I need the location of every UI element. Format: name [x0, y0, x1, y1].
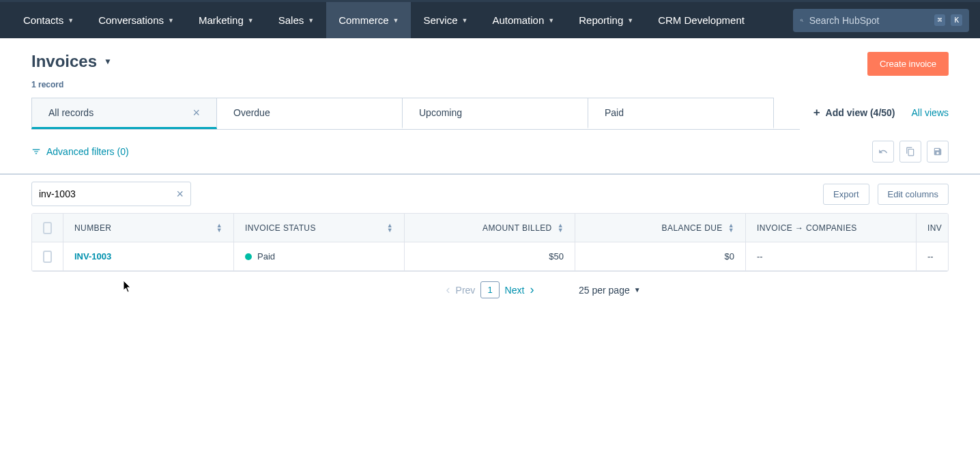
invoices-table: NUMBER▲▼ INVOICE STATUS▲▼ AMOUNT BILLED▲…: [31, 213, 949, 272]
companies-value: --: [757, 251, 763, 262]
clear-search-icon[interactable]: ×: [176, 188, 184, 200]
search-icon: [800, 15, 804, 26]
column-status[interactable]: INVOICE STATUS▲▼: [234, 214, 405, 242]
sort-icon: ▲▼: [558, 223, 564, 232]
sort-icon: ▲▼: [387, 223, 393, 232]
status-dot-icon: [245, 253, 252, 260]
export-button[interactable]: Export: [823, 184, 869, 205]
per-page-dropdown[interactable]: 25 per page ▼: [579, 285, 641, 296]
status-text: Paid: [257, 251, 275, 262]
chevron-down-icon: ▼: [548, 17, 554, 24]
chevron-down-icon: ▼: [68, 17, 74, 24]
nav-automation[interactable]: Automation▼: [480, 2, 566, 38]
chevron-down-icon: ▼: [461, 17, 467, 24]
table-row: INV-1003 Paid $50 $0 -- --: [32, 242, 948, 271]
column-balance[interactable]: BALANCE DUE▲▼: [575, 214, 746, 242]
global-search-input[interactable]: [809, 15, 929, 26]
table-search-input[interactable]: [39, 188, 176, 199]
column-inv[interactable]: INV: [917, 214, 949, 242]
nav-sales[interactable]: Sales▼: [266, 2, 326, 38]
prev-arrow-icon[interactable]: ‹: [446, 283, 450, 297]
chevron-down-icon: ▼: [627, 17, 633, 24]
kbd-k: K: [951, 14, 962, 26]
filter-icon: [31, 147, 41, 156]
copy-icon: [906, 147, 915, 156]
select-all-header: [32, 214, 63, 242]
advanced-filters-button[interactable]: Advanced filters (0): [31, 146, 129, 157]
tab-label: Overdue: [233, 107, 270, 118]
nav-conversations[interactable]: Conversations▼: [86, 2, 186, 38]
tab-label: Upcoming: [419, 107, 462, 118]
global-search[interactable]: ⌘ K: [793, 9, 969, 32]
next-arrow-icon[interactable]: ›: [530, 283, 534, 297]
nav-commerce[interactable]: Commerce▼: [326, 2, 411, 38]
tab-upcoming[interactable]: Upcoming: [403, 98, 588, 129]
column-number[interactable]: NUMBER▲▼: [63, 214, 234, 242]
undo-button[interactable]: [872, 141, 894, 163]
chevron-down-icon: ▼: [248, 17, 254, 24]
table-header: NUMBER▲▼ INVOICE STATUS▲▼ AMOUNT BILLED▲…: [32, 214, 948, 242]
inv-value: --: [927, 251, 934, 262]
page-title: Invoices: [31, 52, 97, 71]
save-icon: [933, 147, 942, 156]
chevron-down-icon: ▼: [634, 286, 641, 294]
select-all-checkbox[interactable]: [43, 222, 52, 234]
kbd-cmd: ⌘: [934, 14, 946, 26]
tab-all-records[interactable]: All records ×: [31, 98, 217, 129]
nav-reporting[interactable]: Reporting▼: [566, 2, 646, 38]
all-views-link[interactable]: All views: [912, 107, 949, 118]
tab-label: Paid: [605, 107, 624, 118]
nav-contacts[interactable]: Contacts▼: [11, 2, 86, 38]
tab-paid[interactable]: Paid: [588, 98, 774, 129]
close-icon[interactable]: ×: [192, 107, 200, 119]
tab-label: All records: [48, 107, 93, 118]
record-count: 1 record: [31, 80, 980, 89]
amount-value: $50: [549, 251, 564, 262]
nav-service[interactable]: Service▼: [411, 2, 480, 38]
top-navigation: Contacts▼ Conversations▼ Marketing▼ Sale…: [0, 2, 980, 38]
nav-marketing[interactable]: Marketing▼: [186, 2, 266, 38]
row-checkbox[interactable]: [43, 251, 52, 263]
add-view-button[interactable]: + Add view (4/50): [813, 106, 895, 119]
column-amount[interactable]: AMOUNT BILLED▲▼: [405, 214, 575, 242]
prev-button[interactable]: Prev: [456, 285, 476, 296]
balance-value: $0: [725, 251, 734, 262]
invoice-link[interactable]: INV-1003: [74, 251, 111, 262]
copy-button[interactable]: [899, 141, 921, 163]
page-current: 1: [480, 281, 499, 298]
sort-icon: ▲▼: [728, 223, 734, 232]
plus-icon: +: [813, 106, 820, 119]
tab-overdue[interactable]: Overdue: [217, 98, 403, 129]
create-invoice-button[interactable]: Create invoice: [867, 52, 949, 76]
nav-crm-development[interactable]: CRM Development: [646, 2, 757, 38]
next-button[interactable]: Next: [505, 285, 525, 296]
undo-icon: [878, 147, 888, 156]
chevron-down-icon: ▼: [104, 57, 112, 66]
chevron-down-icon: ▼: [393, 17, 399, 24]
column-companies[interactable]: INVOICE → COMPANIES: [746, 214, 917, 242]
sort-icon: ▲▼: [216, 223, 222, 232]
page-title-dropdown[interactable]: Invoices ▼: [31, 52, 112, 71]
save-button[interactable]: [927, 141, 949, 163]
edit-columns-button[interactable]: Edit columns: [878, 184, 949, 205]
view-tabs: All records × Overdue Upcoming Paid: [31, 98, 800, 130]
chevron-down-icon: ▼: [308, 17, 314, 24]
pagination: ‹ Prev 1 Next › 25 per page ▼: [0, 272, 980, 308]
table-search-box: ×: [31, 182, 191, 206]
chevron-down-icon: ▼: [168, 17, 174, 24]
